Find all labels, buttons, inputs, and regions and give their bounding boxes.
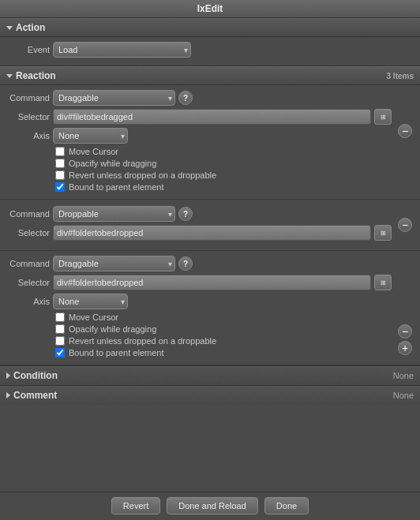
block3-checkbox-movecursor: Move Cursor (55, 312, 392, 322)
block1-bound-label: Bound to parent element (69, 182, 163, 192)
block3-revert-checkbox[interactable] (55, 336, 65, 346)
action-section-header: Action (0, 18, 420, 37)
condition-value: None (393, 371, 414, 380)
block3-command-label: Command (6, 259, 50, 268)
action-section: Event Load Click Mouseover Mouseout (0, 37, 420, 66)
block1-axis-row: Axis None X Y (6, 128, 392, 144)
block1-selector-input[interactable] (53, 109, 371, 125)
block3-axis-select[interactable]: None X Y (53, 294, 128, 309)
block3-axis-select-wrapper: None X Y (53, 294, 128, 309)
block3-revert-label: Revert unless dropped on a droppable (69, 336, 216, 346)
block1-bound-checkbox[interactable] (55, 182, 65, 192)
comment-triangle-icon (6, 392, 10, 398)
block1-axis-select[interactable]: None X Y (53, 128, 128, 144)
block1-movecursor-checkbox[interactable] (55, 147, 65, 156)
block1-revert-label: Revert unless dropped on a droppable (69, 170, 216, 180)
title-bar: IxEdit (0, 0, 420, 18)
block3-movecursor-checkbox[interactable] (55, 312, 65, 322)
block3-bound-label: Bound to parent element (69, 348, 163, 357)
block2-help-icon[interactable]: ? (178, 207, 193, 221)
revert-button[interactable]: Revert (111, 497, 160, 514)
done-button[interactable]: Done (264, 497, 309, 514)
block1-command-select[interactable]: Draggable Droppable Sortable (53, 90, 175, 106)
comment-row: Comment None (0, 385, 420, 405)
block3-checkbox-opacify: Opacify while dragging (55, 324, 392, 334)
event-label: Event (6, 45, 50, 54)
block1-command-select-wrapper: Draggable Droppable Sortable (53, 90, 175, 106)
block1-checkbox-bound: Bound to parent element (55, 182, 392, 192)
block1-checkbox-revert: Revert unless dropped on a droppable (55, 170, 392, 180)
block2-selector-row: Selector ⊞ (6, 225, 392, 241)
block3-btn-pair: − + (398, 324, 412, 355)
block1-selector-btn[interactable]: ⊞ (374, 109, 392, 125)
block1-opacify-label: Opacify while dragging (69, 159, 156, 168)
block3-plus-btn[interactable]: + (398, 341, 412, 355)
block1-command-row: Command Draggable Droppable Sortable ? (6, 90, 392, 106)
block1-opacify-checkbox[interactable] (55, 159, 65, 168)
block3-selector-btn[interactable]: ⊞ (374, 275, 392, 290)
condition-row: Condition None (0, 365, 420, 385)
block2-selector-btn[interactable]: ⊞ (374, 225, 392, 241)
block3-opacify-checkbox[interactable] (55, 324, 65, 334)
block3-movecursor-label: Move Cursor (69, 312, 118, 322)
reaction-label: Reaction (16, 70, 56, 81)
block1-revert-checkbox[interactable] (55, 170, 65, 180)
block3-command-select[interactable]: Draggable Droppable Sortable (53, 256, 175, 271)
condition-triangle-icon (6, 372, 10, 379)
block1-selector-label: Selector (6, 112, 50, 122)
block1-selector-row: Selector ⊞ (6, 109, 392, 125)
block2-minus-btn[interactable]: − (398, 218, 412, 232)
block3-checkbox-bound: Bound to parent element (55, 348, 392, 357)
block1-help-icon[interactable]: ? (178, 91, 193, 105)
block1-movecursor-label: Move Cursor (69, 147, 118, 156)
reaction-section-header: Reaction 3 Items (0, 66, 420, 85)
action-label: Action (16, 22, 45, 33)
reaction-block-1: Command Draggable Droppable Sortable ? S… (0, 85, 420, 200)
block2-command-row: Command Draggable Droppable Sortable ? (6, 206, 392, 222)
reaction-block-3: Command Draggable Droppable Sortable ? S… (0, 251, 420, 365)
block3-selector-input[interactable] (53, 275, 371, 290)
reaction-block-2: Command Draggable Droppable Sortable ? S… (0, 200, 420, 251)
block2-command-label: Command (6, 209, 50, 219)
reaction-count: 3 Items (387, 72, 414, 80)
block3-checkbox-revert: Revert unless dropped on a droppable (55, 336, 392, 346)
block1-checkbox-movecursor: Move Cursor (55, 147, 392, 156)
action-triangle-icon (6, 26, 13, 30)
block2-command-select[interactable]: Draggable Droppable Sortable (53, 206, 175, 222)
event-row: Event Load Click Mouseover Mouseout (6, 42, 414, 58)
comment-label: Comment (13, 390, 393, 401)
block1-axis-label: Axis (6, 131, 50, 140)
block3-selector-row: Selector ⊞ (6, 275, 392, 290)
block2-selector-input[interactable] (53, 225, 371, 241)
block2-selector-label: Selector (6, 228, 50, 238)
main-container: Action Event Load Click Mouseover Mouseo… (0, 18, 420, 519)
block3-command-row: Command Draggable Droppable Sortable ? (6, 256, 392, 271)
block2-command-select-wrapper: Draggable Droppable Sortable (53, 206, 175, 222)
footer-buttons: Revert Done and Reload Done (0, 492, 420, 519)
reaction-scroll-area[interactable]: Command Draggable Droppable Sortable ? S… (0, 85, 420, 492)
event-select[interactable]: Load Click Mouseover Mouseout (53, 42, 191, 58)
block3-opacify-label: Opacify while dragging (69, 324, 156, 334)
block1-command-label: Command (6, 93, 50, 103)
block1-checkbox-opacify: Opacify while dragging (55, 159, 392, 168)
block3-command-select-wrapper: Draggable Droppable Sortable (53, 256, 175, 271)
block3-axis-row: Axis None X Y (6, 294, 392, 309)
comment-value: None (393, 391, 414, 400)
app-title: IxEdit (197, 3, 223, 14)
done-reload-button[interactable]: Done and Reload (167, 497, 258, 514)
event-select-wrapper: Load Click Mouseover Mouseout (53, 42, 191, 58)
block3-minus-btn[interactable]: − (398, 324, 412, 339)
block3-selector-label: Selector (6, 278, 50, 287)
condition-label: Condition (13, 370, 393, 381)
block3-help-icon[interactable]: ? (178, 256, 193, 271)
block3-axis-label: Axis (6, 297, 50, 306)
reaction-triangle-icon (6, 74, 13, 78)
block3-bound-checkbox[interactable] (55, 348, 65, 357)
block1-axis-select-wrapper: None X Y (53, 128, 128, 144)
block1-minus-btn[interactable]: − (398, 124, 412, 138)
